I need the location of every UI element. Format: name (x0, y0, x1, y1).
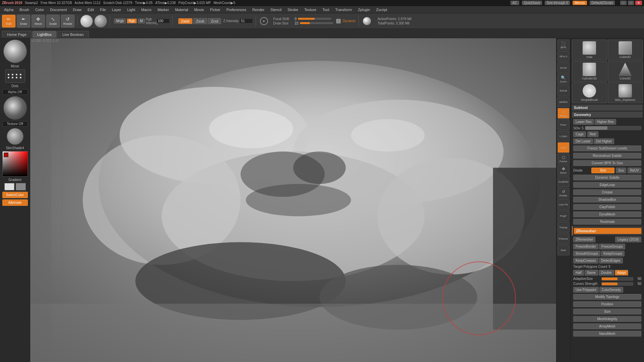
polyf-button[interactable]: PolyF (557, 210, 570, 221)
bpr-button[interactable]: ⬛ BPR (557, 40, 570, 50)
menu-movie[interactable]: Movie (192, 7, 207, 12)
aarht-button[interactable]: AARHt (557, 97, 570, 107)
smoothgroups-button[interactable]: SmouthGroups (573, 251, 600, 256)
material-sphere[interactable] (80, 15, 93, 27)
tab-lightbox[interactable]: LightBox (32, 31, 57, 38)
brush-rnae[interactable]: rnae (572, 40, 607, 60)
tab-live-boolean[interactable]: Live Boolean (57, 31, 89, 38)
menus-btn[interactable]: Menus (573, 1, 587, 5)
colordensity-button[interactable]: ColorDensity (599, 287, 623, 293)
same-button[interactable]: Same (585, 270, 598, 276)
floor-button[interactable]: Floor (557, 119, 570, 130)
half-button[interactable]: Half (573, 270, 584, 276)
ac-label[interactable]: AC (511, 1, 519, 5)
material-sphere2[interactable] (94, 15, 107, 27)
swatch-white[interactable] (4, 183, 14, 190)
meshintegrity-button[interactable]: MeshIntegrity (573, 316, 641, 322)
menu-light[interactable]: Light (124, 7, 138, 12)
nanomesh-button[interactable]: NanoMesh (573, 331, 641, 337)
xyz-button[interactable]: XYZ (557, 142, 570, 153)
brush-cone3d[interactable]: Cone3D (608, 61, 643, 82)
rotate-rt-button[interactable]: ↺ Rotate (557, 188, 570, 198)
menu-edit[interactable]: Edit (85, 7, 97, 12)
detectedges-button[interactable]: DetectEdges (599, 258, 623, 263)
freezegroups-button[interactable]: FreezeGroups (599, 244, 625, 249)
menu-picker[interactable]: Picker (207, 7, 223, 12)
lsym-button[interactable]: L.Sym (557, 131, 570, 141)
material-sphere-left[interactable] (7, 128, 23, 145)
draw-button[interactable]: ✒ Draw (17, 15, 30, 27)
quicksave-label[interactable]: QuickSave (522, 1, 542, 5)
menu-stencil[interactable]: Stencil (268, 7, 284, 12)
convert-bpr-button[interactable]: Convert BPR To Geo (573, 160, 641, 166)
transp-button[interactable]: Transp (557, 222, 570, 233)
stroke-preview[interactable] (5, 69, 25, 83)
window-controls[interactable]: ─ □ ✕ (620, 1, 642, 5)
scale-button[interactable]: ⤡ Scale (46, 15, 60, 27)
alpha-label[interactable]: Alpha Off (2, 89, 28, 95)
z-intensity-value[interactable]: 51 (239, 18, 253, 23)
zoeb3d-button[interactable]: ZoeB3D (557, 176, 570, 187)
position-button[interactable]: Position (573, 301, 641, 307)
color-picker[interactable] (2, 151, 28, 177)
zcut-button[interactable]: Zcut (208, 18, 221, 24)
zadd-button[interactable]: Zadd (178, 18, 193, 24)
persp-button[interactable]: □ Persp (557, 108, 570, 119)
modify-topology-button[interactable]: Modify Topology (573, 294, 641, 300)
dynamic-subdiv-button[interactable]: Dynamic Subdiv (573, 175, 641, 180)
zremesher-header[interactable]: ZRemesher (574, 228, 641, 234)
adapt-button[interactable]: Adapt (615, 270, 628, 276)
focal-shift-slider[interactable] (298, 18, 331, 20)
suv-button[interactable]: Suv (616, 168, 626, 173)
swatch-gray[interactable] (16, 183, 26, 190)
geometry-header[interactable]: Geometry (572, 112, 643, 118)
smt-button[interactable]: Smt (591, 168, 614, 173)
menu-material[interactable]: Material (172, 7, 191, 12)
alternate-button[interactable]: Alternate (2, 199, 28, 206)
move-button[interactable]: ✥ Move (32, 15, 45, 27)
arraymesh-button[interactable]: ArrayMesh (573, 323, 641, 329)
keepgroups-button[interactable]: KeepGroups (601, 251, 625, 256)
move-rt-button[interactable]: ✥ Move (557, 165, 570, 176)
freeze-subdiv-button[interactable]: Freeze SubDivision Levels (573, 145, 641, 151)
sdiv-slider[interactable] (585, 126, 641, 130)
zremesher-button[interactable]: ZRemesher (573, 237, 595, 242)
menu-stroke[interactable]: Stroke (285, 7, 301, 12)
size-button[interactable]: Size (573, 309, 641, 314)
texture-label[interactable]: Texture Off (2, 121, 28, 127)
mrgb-button[interactable]: Mrgb (114, 18, 126, 23)
menu-marker[interactable]: Marker (155, 7, 172, 12)
menu-tool[interactable]: Tool (320, 7, 332, 12)
del-lower-button[interactable]: Del Lower (573, 138, 593, 144)
frame-button[interactable]: ⬡ Frame (557, 154, 570, 164)
edgeloop-button[interactable]: EdgeLoop (573, 182, 641, 188)
switch-color-button[interactable]: SwitchColor (2, 192, 28, 198)
curves-strength-slider[interactable] (601, 282, 633, 286)
double-button[interactable]: Double (599, 270, 614, 276)
brush-skinzsphere[interactable]: Skin_ZSphere1 (608, 82, 643, 103)
cage-button[interactable]: Cage (573, 131, 586, 137)
see-through[interactable]: See-through 0 (545, 1, 570, 5)
tessimate-button[interactable]: Tessimate (573, 219, 641, 225)
default-zscript[interactable]: DefaultZScript (590, 1, 615, 5)
rotate-button[interactable]: ↺ Rotate (61, 15, 74, 27)
shadowbox-button[interactable]: ShadowBox (573, 197, 641, 202)
menu-render[interactable]: Render (250, 7, 267, 12)
canvas-area[interactable]: -0.265:-0.021,0.41 (30, 38, 556, 362)
legacy-button[interactable]: Legacy (2018) (615, 237, 641, 242)
lineplt-button[interactable]: Line Plt (557, 199, 570, 210)
menu-layer[interactable]: Layer (109, 7, 124, 12)
symmetry-sphere[interactable] (363, 17, 371, 25)
edit-button[interactable]: ✏ Edit (2, 15, 15, 27)
menu-zplugin[interactable]: Zplugin (355, 7, 373, 12)
draw-size-slider[interactable] (300, 22, 333, 24)
zsub-button[interactable]: Zsub (193, 18, 207, 24)
menu-file[interactable]: File (97, 7, 109, 12)
brush-preview[interactable] (3, 40, 27, 63)
texture-sphere[interactable] (3, 96, 27, 120)
brush-cube3d[interactable]: Cube3D (608, 40, 643, 60)
priemvt-button[interactable]: Priemvt (557, 233, 570, 244)
del-higher-button[interactable]: Del Higher (594, 138, 614, 144)
subtool-header[interactable]: Subtool (572, 105, 643, 111)
scroll-button[interactable]: Scroll (557, 62, 570, 73)
